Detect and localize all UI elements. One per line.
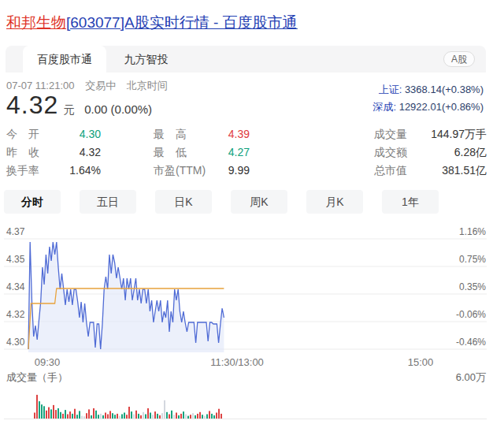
stats-column-0: 今 开4.30昨 收4.32换手率1.64% — [6, 125, 101, 180]
y-axis-percent-label: 1.16% — [459, 226, 486, 237]
stat-open: 今 开4.30 — [6, 125, 101, 143]
stat-amount-value: 6.28亿 — [454, 143, 487, 162]
index-shanghai-label: 上证: — [379, 84, 405, 95]
stat-low-value: 4.27 — [228, 143, 250, 162]
current-price: 4.32 — [6, 91, 58, 119]
stat-pe-ttm-label: 市盈(TTM) — [154, 162, 206, 180]
stock-title-rest: [603077]A股实时行情 - 百度股市通 — [66, 14, 298, 31]
y-axis-price-label: 4.30 — [6, 337, 24, 348]
stat-market-cap: 总市值381.51亿 — [374, 162, 487, 180]
y-axis-price-label: 4.32 — [6, 309, 24, 320]
stat-prev-close: 昨 收4.32 — [6, 143, 101, 162]
stat-volume-value: 144.97万手 — [431, 125, 487, 143]
index-shenzhen-label: 深成: — [372, 101, 398, 113]
quote-price-row: 4.32 元 0.00 (0.00%) — [6, 91, 152, 120]
price-unit: 元 — [64, 103, 75, 116]
stats-column-2: 成交量144.97万手成交额6.28亿总市值381.51亿 — [374, 125, 487, 180]
stat-open-value: 4.30 — [80, 125, 101, 143]
chart-tab-zhouk[interactable]: 周K — [231, 190, 287, 214]
chart-tab-wuri[interactable]: 五日 — [80, 190, 136, 214]
x-axis-time-label: 11:30/13:00 — [198, 356, 276, 368]
chart-tab-yinian[interactable]: 1年 — [382, 190, 439, 214]
stat-market-cap-label: 总市值 — [374, 162, 407, 180]
stat-high-label: 最 高 — [154, 125, 187, 143]
y-axis-price-label: 4.34 — [6, 281, 24, 292]
quote-status: 交易中 — [85, 80, 116, 91]
x-axis-time-label: 15:00 — [381, 356, 460, 368]
stat-prev-close-label: 昨 收 — [6, 143, 39, 162]
stat-turnover-label: 换手率 — [6, 162, 39, 180]
y-axis-percent-label: 0.35% — [459, 281, 486, 292]
stat-high: 最 高4.39 — [154, 125, 250, 143]
volume-title: 成交量（手） — [6, 370, 68, 385]
y-axis-price-label: 4.37 — [6, 226, 24, 237]
index-shanghai[interactable]: 上证: 3368.14(+0.38%) — [372, 81, 484, 99]
x-axis-time-label: 09:30 — [8, 356, 87, 368]
stat-market-cap-value: 381.51亿 — [442, 162, 487, 180]
chart-tab-rik[interactable]: 日K — [155, 190, 212, 214]
stock-title-link[interactable]: 和邦生物[603077]A股实时行情 - 百度股市通 — [6, 13, 298, 33]
y-axis-price-label: 4.35 — [6, 254, 24, 265]
stat-turnover-value: 1.64% — [69, 162, 101, 180]
stats-column-1: 最 高4.39最 低4.27市盈(TTM)9.99 — [154, 125, 250, 180]
index-shanghai-value: 3368.14(+0.38%) — [405, 84, 484, 95]
stat-volume: 成交量144.97万手 — [374, 125, 487, 143]
tab-jiufang-zhitou[interactable]: 九方智投 — [109, 46, 182, 73]
stat-open-label: 今 开 — [6, 125, 39, 143]
baidu-stock-page: 和邦生物[603077]A股实时行情 - 百度股市通 百度股市通 九方智投 A股… — [0, 0, 504, 428]
stat-pe-ttm-value: 9.99 — [228, 162, 250, 180]
stat-low-label: 最 低 — [154, 143, 187, 162]
stat-turnover: 换手率1.64% — [6, 162, 101, 180]
chart-tab-yuek[interactable]: 月K — [306, 190, 363, 214]
stat-amount-label: 成交额 — [374, 143, 407, 162]
stat-high-value: 4.39 — [228, 125, 250, 143]
stat-amount: 成交额6.28亿 — [374, 143, 487, 162]
price-change: 0.00 (0.00%) — [84, 102, 152, 116]
stat-low: 最 低4.27 — [154, 143, 250, 162]
volume-max-label: 6.00万 — [456, 370, 486, 385]
y-axis-percent-label: -0.46% — [456, 337, 486, 348]
tab-baidu-gushitong[interactable]: 百度股市通 — [23, 46, 106, 73]
provider-tabbar: 百度股市通 九方智投 A股 — [6, 46, 486, 73]
chart-tab-fenshi[interactable]: 分时 — [4, 190, 61, 214]
y-axis-percent-label: 0.75% — [459, 254, 486, 265]
index-shenzhen-value: 12922.01(+0.86%) — [399, 101, 484, 113]
y-axis-percent-label: -0.06% — [456, 309, 486, 320]
quote-datetime: 07-07 11:21:00 — [6, 80, 75, 91]
stat-prev-close-value: 4.32 — [80, 143, 101, 162]
stat-volume-label: 成交量 — [374, 125, 407, 143]
quote-timezone: 北京时间 — [127, 80, 168, 91]
market-badge-a-share[interactable]: A股 — [443, 51, 475, 67]
stat-pe-ttm: 市盈(TTM)9.99 — [154, 162, 250, 180]
intraday-chart[interactable] — [0, 223, 504, 428]
stock-name-highlight: 和邦生物 — [6, 14, 66, 31]
index-quotes: 上证: 3368.14(+0.38%) 深成: 12922.01(+0.86%) — [372, 81, 484, 116]
index-shenzhen[interactable]: 深成: 12922.01(+0.86%) — [372, 99, 484, 116]
